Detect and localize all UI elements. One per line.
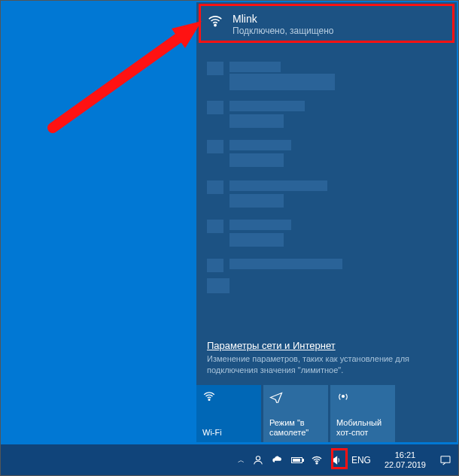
network-settings-section: Параметры сети и Интернет Изменение пара… bbox=[196, 335, 457, 385]
svg-rect-5 bbox=[441, 456, 450, 463]
svg-point-0 bbox=[214, 24, 216, 26]
tile-label: Мобильный хот-спот bbox=[336, 418, 389, 438]
wifi-icon bbox=[202, 390, 255, 405]
tile-mobile-hotspot[interactable]: Мобильный хот-спот bbox=[330, 385, 395, 442]
tile-wifi[interactable]: Wi-Fi bbox=[196, 385, 261, 442]
network-status: Подключено, защищено bbox=[233, 26, 334, 36]
svg-point-3 bbox=[256, 456, 260, 460]
svg-point-1 bbox=[208, 399, 210, 401]
battery-icon[interactable] bbox=[291, 454, 303, 466]
svg-point-2 bbox=[342, 396, 345, 398]
people-icon[interactable] bbox=[252, 454, 264, 466]
quick-action-tiles: Wi-Fi Режим "в самолете" Мобильный хот-с… bbox=[196, 385, 457, 442]
network-item-connected[interactable]: Mlink Подключено, защищено bbox=[196, 7, 457, 45]
clock[interactable]: 16:21 22.07.2019 bbox=[380, 450, 430, 470]
network-name: Mlink bbox=[233, 13, 334, 25]
tile-label: Wi-Fi bbox=[202, 428, 255, 438]
language-indicator[interactable]: ENG bbox=[350, 455, 372, 465]
wifi-tray-icon[interactable] bbox=[311, 454, 323, 466]
system-tray: ︿ ENG 16:21 22.07.2019 bbox=[238, 450, 456, 470]
volume-icon[interactable] bbox=[330, 454, 342, 466]
taskbar: ︿ ENG 16:21 22.07.2019 bbox=[0, 444, 459, 476]
tile-label: Режим "в самолете" bbox=[269, 418, 322, 438]
clock-date: 22.07.2019 bbox=[385, 460, 426, 470]
wifi-icon bbox=[207, 13, 223, 29]
network-flyout: ︿ Mlink Подключено, защищено bbox=[196, 2, 457, 442]
airplane-icon bbox=[269, 390, 322, 405]
network-list: Mlink Подключено, защищено bbox=[196, 2, 457, 335]
network-settings-link[interactable]: Параметры сети и Интернет bbox=[207, 340, 336, 351]
hotspot-icon bbox=[336, 390, 389, 405]
action-center-icon[interactable] bbox=[439, 454, 451, 466]
clock-time: 16:21 bbox=[385, 450, 426, 460]
tray-overflow-chevron-icon[interactable]: ︿ bbox=[238, 456, 245, 465]
blurred-network-list bbox=[196, 47, 457, 301]
network-settings-desc: Изменение параметров, таких как установл… bbox=[207, 353, 446, 376]
svg-point-4 bbox=[316, 462, 318, 464]
tile-airplane-mode[interactable]: Режим "в самолете" bbox=[263, 385, 328, 442]
onedrive-icon[interactable] bbox=[272, 454, 284, 466]
